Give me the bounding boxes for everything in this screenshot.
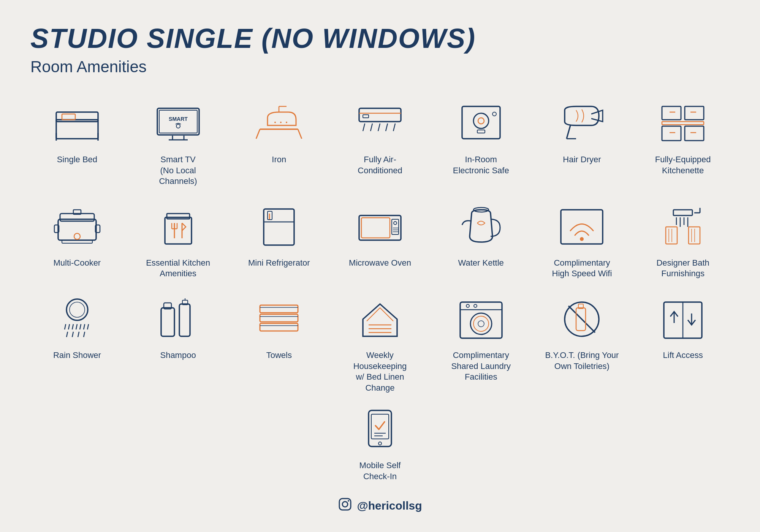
wifi-label: ComplimentaryHigh Speed Wifi <box>552 258 612 279</box>
svg-text:SMART: SMART <box>169 116 188 122</box>
bath-furnishings-label: Designer BathFurnishings <box>656 258 709 279</box>
electronic-safe-icon <box>451 99 511 148</box>
svg-rect-22 <box>363 115 369 118</box>
amenity-smart-tv: SMART Smart TV(No Local Channels) <box>131 99 225 187</box>
svg-rect-2 <box>62 114 75 120</box>
microwave-oven-icon <box>350 202 410 252</box>
shampoo-icon <box>148 294 209 344</box>
svg-point-119 <box>478 321 484 327</box>
svg-line-24 <box>370 124 372 131</box>
svg-line-14 <box>298 129 302 139</box>
svg-rect-73 <box>673 210 692 215</box>
air-conditioned-icon <box>350 99 410 148</box>
svg-rect-0 <box>56 120 98 139</box>
shampoo-label: Shampoo <box>160 350 196 361</box>
svg-rect-38 <box>662 126 681 141</box>
svg-rect-105 <box>260 314 298 322</box>
svg-line-26 <box>386 124 388 131</box>
svg-point-18 <box>280 122 282 123</box>
svg-rect-28 <box>462 106 500 139</box>
amenity-water-kettle: Water Kettle <box>434 202 528 279</box>
water-kettle-label: Water Kettle <box>458 258 504 269</box>
lift-access-icon <box>652 294 713 344</box>
svg-rect-39 <box>685 126 704 141</box>
multi-cooker-label: Multi-Cooker <box>54 258 101 269</box>
svg-rect-31 <box>477 130 485 133</box>
svg-point-134 <box>342 502 348 507</box>
svg-rect-106 <box>260 323 298 331</box>
row4-container: Mobile SelfCheck-In <box>30 405 730 482</box>
amenity-housekeeping: Weekly Housekeepingw/ Bed Linen Change <box>333 294 427 393</box>
svg-rect-51 <box>165 217 192 244</box>
amenity-rain-shower: Rain Shower <box>30 294 124 393</box>
instagram-row: @hericollsg <box>338 497 422 514</box>
svg-rect-133 <box>339 499 351 510</box>
amenity-shampoo: Shampoo <box>131 294 225 393</box>
amenity-electronic-safe: In-RoomElectronic Safe <box>434 99 528 187</box>
svg-rect-36 <box>685 106 704 120</box>
hair-dryer-icon <box>551 99 612 148</box>
towels-label: Towels <box>266 350 292 361</box>
mobile-checkin-label: Mobile SelfCheck-In <box>359 460 401 482</box>
svg-line-88 <box>65 324 66 329</box>
amenity-byot: B.Y.O.T. (Bring YourOwn Toiletries) <box>535 294 629 393</box>
amenity-mobile-checkin: Mobile SelfCheck-In <box>350 405 410 482</box>
mobile-checkin-icon <box>350 405 410 454</box>
svg-line-91 <box>76 324 77 329</box>
svg-line-121 <box>568 306 595 332</box>
svg-point-118 <box>473 316 489 331</box>
svg-point-49 <box>74 233 80 239</box>
svg-point-66 <box>394 222 397 225</box>
svg-point-19 <box>286 122 287 123</box>
svg-rect-101 <box>179 304 190 336</box>
svg-line-93 <box>84 324 85 329</box>
mini-refrigerator-label: Mini Refrigerator <box>248 258 310 269</box>
svg-point-116 <box>474 304 477 307</box>
svg-rect-81 <box>689 227 700 244</box>
amenity-bath-furnishings: Designer BathFurnishings <box>636 202 730 279</box>
rain-shower-label: Rain Shower <box>53 350 101 361</box>
svg-line-97 <box>78 332 79 337</box>
single-bed-icon <box>47 99 108 148</box>
smart-tv-label: Smart TV(No Local Channels) <box>140 154 216 187</box>
amenity-laundry: ComplimentaryShared LaundryFacilities <box>434 294 528 393</box>
svg-line-23 <box>363 124 365 131</box>
amenity-hair-dryer: Hair Dryer <box>535 99 629 187</box>
hair-dryer-label: Hair Dryer <box>563 154 601 165</box>
svg-point-72 <box>580 237 584 241</box>
amenity-microwave-oven: Microwave Oven <box>333 202 427 279</box>
iron-label: Iron <box>272 154 286 165</box>
svg-rect-59 <box>264 209 294 245</box>
amenity-mini-refrigerator: Mini Refrigerator <box>232 202 326 279</box>
iron-icon <box>249 99 309 148</box>
laundry-label: ComplimentaryShared LaundryFacilities <box>451 350 511 383</box>
amenity-single-bed: Single Bed <box>30 99 124 187</box>
byot-icon <box>551 294 612 344</box>
smart-tv-icon: SMART <box>148 99 209 148</box>
rain-shower-icon <box>47 294 108 344</box>
housekeeping-icon <box>350 294 410 344</box>
svg-line-13 <box>256 129 260 139</box>
svg-rect-99 <box>161 308 174 336</box>
svg-rect-122 <box>576 308 586 331</box>
amenity-kitchenette: Fully-EquippedKitchenette <box>636 99 730 187</box>
svg-rect-64 <box>361 218 390 238</box>
byot-label: B.Y.O.T. (Bring YourOwn Toiletries) <box>545 350 619 372</box>
air-conditioned-label: Fully Air-Conditioned <box>358 154 402 176</box>
water-kettle-icon <box>451 202 511 252</box>
svg-line-33 <box>567 125 570 139</box>
svg-line-25 <box>378 124 380 131</box>
single-bed-label: Single Bed <box>57 154 97 165</box>
svg-rect-80 <box>666 227 677 244</box>
svg-point-29 <box>473 113 489 128</box>
instagram-icon <box>338 497 352 514</box>
kitchen-amenities-label: Essential KitchenAmenities <box>146 258 210 279</box>
amenity-multi-cooker: Multi-Cooker <box>30 202 124 279</box>
lift-access-label: Lift Access <box>663 350 703 361</box>
svg-point-17 <box>274 122 276 123</box>
page-title: STUDIO SINGLE (NO WINDOWS) <box>30 23 730 54</box>
amenity-lift-access: Lift Access <box>636 294 730 393</box>
svg-rect-37 <box>662 122 704 125</box>
svg-rect-44 <box>58 219 96 240</box>
wifi-icon <box>551 202 612 252</box>
